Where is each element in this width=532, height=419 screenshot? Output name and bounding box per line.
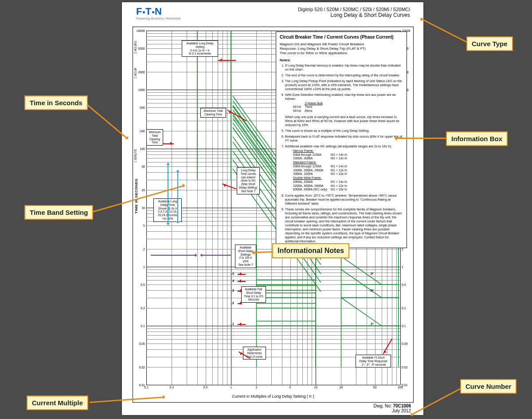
svg-line-88 — [260, 189, 263, 194]
svg-line-400 — [260, 143, 263, 148]
svg-line-369 — [243, 110, 246, 115]
sd-tick-02: .2 — [231, 301, 234, 304]
svg-line-323 — [263, 143, 267, 148]
svg-line-398 — [253, 134, 257, 138]
label-ld-extend: Long DelayTime curvescan extenddown to M… — [237, 167, 260, 194]
svg-line-109 — [243, 142, 246, 146]
svg-line-215 — [250, 137, 253, 142]
svg-line-366 — [233, 96, 236, 101]
svg-line-296 — [260, 153, 263, 158]
sd-tick-05s: .5* — [370, 272, 374, 275]
label-sd-settings: AvailableShort DelaySettings2 to 10x Ir±… — [235, 245, 256, 268]
svg-line-28 — [233, 169, 236, 174]
svg-line-270 — [260, 144, 263, 149]
sd-tick-04: .4 — [231, 279, 234, 282]
svg-line-162 — [246, 137, 250, 142]
sd-tick-05: .5 — [231, 272, 234, 275]
svg-line-393 — [236, 110, 240, 115]
notes-list: If Long Delay thermal memory is enabled,… — [280, 63, 403, 244]
svg-line-214 — [246, 133, 250, 138]
callout-curve-type: Curve Type — [466, 36, 513, 51]
svg-line-268 — [253, 134, 257, 139]
svg-line-346 — [253, 138, 257, 143]
label-available-ld-setting: Available Long DelaySetting0.4 to 1x In … — [182, 40, 218, 57]
svg-line-165 — [257, 151, 260, 156]
svg-line-79 — [317, 260, 321, 265]
drawing-number: Dwg. No: 70C1006 July 2012 — [374, 403, 411, 413]
svg-line-186 — [239, 137, 243, 142]
svg-line-244 — [260, 161, 263, 166]
svg-line-294 — [253, 144, 257, 149]
svg-line-213 — [243, 128, 246, 133]
svg-line-159 — [236, 123, 240, 128]
callout-info-box: Information Box — [446, 131, 508, 146]
svg-line-53 — [317, 287, 321, 292]
note-4: With Zone Selective Interlocking enabled… — [285, 93, 403, 127]
sd-tick-03: .3 — [231, 289, 234, 292]
svg-line-293 — [250, 139, 253, 144]
svg-line-137 — [250, 160, 253, 165]
svg-line-63 — [263, 184, 267, 189]
svg-line-433 — [341, 298, 381, 326]
svg-line-319 — [250, 124, 253, 129]
eaton-logo: FTN Powering Business Worldwide — [136, 6, 181, 20]
svg-line-370 — [246, 115, 250, 120]
svg-line-34 — [253, 197, 257, 202]
svg-line-218 — [260, 151, 263, 156]
note-7: Additional available max M1 settings (al… — [285, 144, 403, 192]
curves-title: Long Delay & Short Delay Curves — [298, 12, 410, 18]
chart-frame: 0.10.20.51251020501000.010.010.020.020.0… — [133, 27, 414, 403]
svg-line-216 — [253, 142, 257, 147]
svg-line-212 — [239, 123, 243, 128]
arrow-sd-range-right — [200, 255, 231, 256]
label-i2t: Available I²t ShortDelay Time Response.1… — [356, 355, 391, 368]
svg-line-435 — [341, 269, 381, 297]
svg-line-239 — [243, 137, 246, 142]
frames-table: Narrow Frame: 200A through 1250AM1 = 14x… — [293, 149, 351, 192]
svg-line-57 — [243, 156, 246, 161]
notes-heading: Notes: — [280, 58, 403, 63]
sd-tick-03s: .3* — [370, 289, 374, 292]
svg-line-219 — [263, 156, 267, 161]
info-title: Circuit Breaker Time / Current Curves (P… — [280, 35, 403, 40]
label-max-clearing: Maximum TotalClearing Time — [200, 108, 226, 118]
svg-line-292 — [246, 134, 250, 139]
svg-line-142 — [266, 184, 270, 189]
svg-line-191 — [257, 161, 260, 166]
brand-text: FTN — [136, 6, 181, 17]
svg-line-114 — [260, 165, 263, 170]
svg-line-11 — [263, 202, 267, 207]
svg-line-103 — [311, 260, 314, 265]
note-9: These curves are comprehensive for the c… — [285, 207, 403, 243]
svg-line-47 — [297, 258, 301, 263]
svg-line-322 — [260, 138, 263, 143]
svg-line-106 — [233, 127, 236, 132]
svg-line-108 — [239, 137, 243, 142]
svg-line-140 — [260, 174, 263, 179]
svg-line-399 — [257, 138, 260, 143]
label-min-clearing: MinimumTotalClearingTime — [146, 129, 163, 146]
note-1: If Long Delay thermal memory is enabled,… — [285, 63, 403, 71]
svg-line-295 — [257, 149, 260, 154]
datasheet-page: FTN Powering Business Worldwide Digitrip… — [122, 2, 423, 415]
svg-line-132 — [233, 137, 236, 142]
svg-line-242 — [253, 151, 257, 156]
svg-line-375 — [263, 138, 267, 143]
svg-line-62 — [260, 180, 263, 185]
svg-line-10 — [260, 198, 263, 202]
svg-line-166 — [260, 156, 263, 161]
note-8: Curve applies from -20°C to +55°C ambien… — [285, 194, 403, 206]
leader-curve-type — [420, 18, 470, 44]
svg-line-56 — [239, 151, 243, 156]
svg-line-187 — [243, 142, 246, 146]
zsi-table: 3-phase fault 60 Hz75ms 50 Hz85ms — [293, 102, 326, 113]
svg-line-291 — [243, 130, 246, 134]
svg-line-437 — [341, 257, 381, 285]
svg-line-374 — [260, 134, 263, 138]
svg-line-160 — [239, 128, 243, 133]
svg-line-316 — [239, 110, 243, 115]
svg-line-54 — [233, 142, 236, 147]
y-unit-1hour: 1 HOUR — [134, 67, 137, 79]
svg-line-240 — [246, 142, 250, 146]
svg-line-49 — [304, 268, 307, 273]
